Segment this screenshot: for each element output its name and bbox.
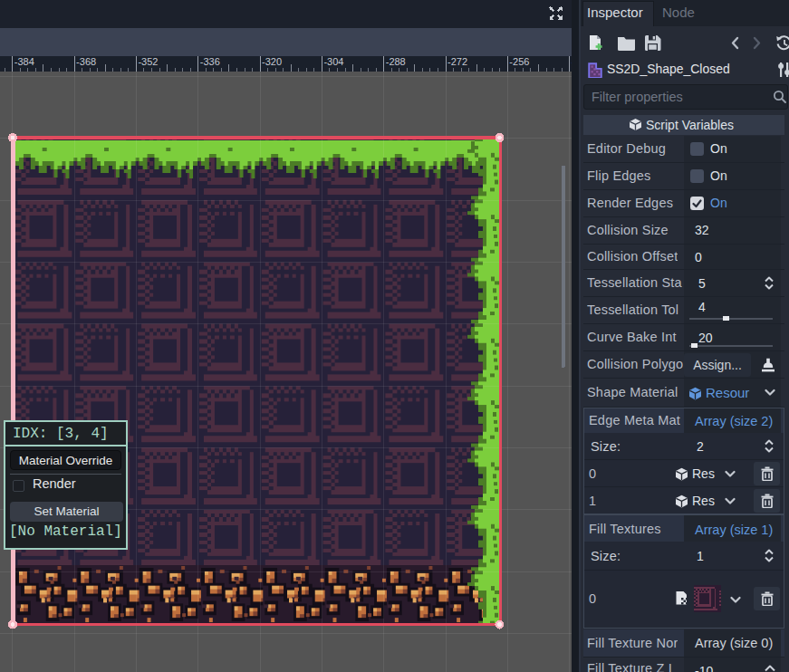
svg-text:-304: -304 (323, 56, 343, 67)
svg-text:-352: -352 (138, 56, 158, 67)
svg-text:-368: -368 (76, 56, 96, 67)
svg-text:-384: -384 (14, 56, 34, 67)
svg-text:-320: -320 (262, 56, 282, 67)
svg-text:-288: -288 (386, 56, 406, 67)
svg-text:-272: -272 (447, 56, 467, 67)
svg-text:-256: -256 (509, 56, 529, 67)
svg-text:-336: -336 (200, 56, 220, 67)
